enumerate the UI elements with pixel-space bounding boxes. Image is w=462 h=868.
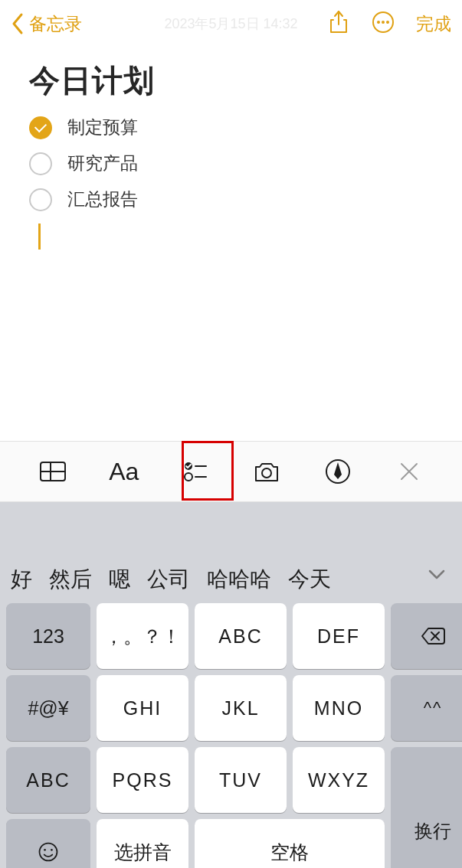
- key-tuv[interactable]: TUV: [195, 747, 287, 813]
- checklist-text[interactable]: 汇总报告: [67, 188, 138, 211]
- back-label: 备忘录: [29, 12, 82, 36]
- format-toolbar: Aa: [0, 441, 462, 502]
- checklist-icon: [180, 456, 211, 487]
- nav-bar: 备忘录 2023年5月15日 14:32 完成: [0, 0, 462, 47]
- done-button[interactable]: 完成: [416, 12, 451, 36]
- markup-pen-icon: [323, 456, 353, 487]
- note-title[interactable]: 今日计划: [29, 60, 433, 102]
- ellipsis-circle-icon: [372, 10, 395, 34]
- key-123[interactable]: 123: [6, 603, 90, 669]
- key-mno[interactable]: MNO: [293, 675, 385, 741]
- svg-point-20: [51, 849, 53, 851]
- key-grid: 123 ，。？！ ABC DEF #@¥ GHI JKL MNO ^^ ABC …: [0, 603, 462, 868]
- svg-point-19: [44, 849, 46, 851]
- candidate[interactable]: 好: [11, 565, 32, 594]
- emoji-icon: [35, 840, 61, 863]
- chevron-down-icon: [427, 564, 447, 584]
- keyboard: 好 然后 嗯 公司 哈哈哈 今天 123 ，。？！ ABC DEF #@¥ GH…: [0, 502, 462, 868]
- chevron-left-icon: [11, 12, 25, 35]
- checklist-checkbox[interactable]: [29, 116, 52, 139]
- checklist-text[interactable]: 研究产品: [67, 152, 138, 175]
- backspace-icon: [420, 625, 446, 648]
- svg-point-12: [262, 468, 271, 478]
- camera-button[interactable]: [250, 455, 283, 488]
- emoticon-label: ^^: [424, 698, 443, 718]
- key-wxyz[interactable]: WXYZ: [293, 747, 385, 813]
- table-icon: [38, 456, 68, 487]
- svg-point-10: [185, 473, 192, 481]
- candidate[interactable]: 今天: [288, 565, 331, 594]
- key-abc[interactable]: ABC: [195, 603, 287, 669]
- key-ghi[interactable]: GHI: [97, 675, 188, 741]
- key-select-pinyin[interactable]: 选拼音: [97, 819, 188, 868]
- note-body[interactable]: 今日计划 制定预算 研究产品 汇总报告: [0, 47, 462, 250]
- checklist-row[interactable]: 制定预算: [29, 116, 433, 139]
- checklist-row[interactable]: 研究产品: [29, 152, 433, 175]
- expand-candidates-button[interactable]: [427, 564, 447, 589]
- key-def[interactable]: DEF: [293, 603, 385, 669]
- camera-icon: [251, 456, 282, 487]
- table-button[interactable]: [36, 455, 70, 488]
- svg-point-18: [40, 844, 57, 861]
- key-punct[interactable]: ，。？！: [97, 603, 188, 669]
- text-cursor: [38, 224, 41, 250]
- dismiss-keyboard-button[interactable]: [392, 455, 426, 488]
- key-emoji[interactable]: [6, 819, 90, 868]
- key-pqrs[interactable]: PQRS: [97, 747, 188, 813]
- close-icon: [394, 456, 424, 487]
- key-symbols[interactable]: #@¥: [6, 675, 90, 741]
- key-backspace[interactable]: [391, 603, 462, 669]
- key-emoticon[interactable]: ^^: [391, 675, 462, 741]
- share-button[interactable]: [327, 10, 350, 38]
- checklist-button[interactable]: [179, 455, 212, 488]
- key-abc-mode[interactable]: ABC: [6, 747, 90, 813]
- markup-button[interactable]: [321, 455, 355, 488]
- svg-point-4: [387, 21, 388, 23]
- svg-point-2: [378, 21, 379, 23]
- candidate[interactable]: 哈哈哈: [207, 565, 271, 594]
- candidate[interactable]: 然后: [49, 565, 92, 594]
- checklist-text[interactable]: 制定预算: [67, 116, 138, 139]
- svg-point-3: [382, 21, 384, 23]
- text-style-button[interactable]: Aa: [107, 455, 141, 488]
- more-button[interactable]: [372, 10, 395, 38]
- checklist-row[interactable]: 汇总报告: [29, 188, 433, 211]
- candidate-row: 好 然后 嗯 公司 哈哈哈 今天: [0, 502, 462, 603]
- checklist-checkbox[interactable]: [29, 188, 52, 211]
- candidate[interactable]: 嗯: [109, 565, 130, 594]
- key-jkl[interactable]: JKL: [195, 675, 287, 741]
- back-button[interactable]: 备忘录: [11, 12, 82, 36]
- candidate[interactable]: 公司: [147, 565, 190, 594]
- key-return[interactable]: 换行: [391, 747, 462, 868]
- checklist-checkbox[interactable]: [29, 152, 52, 175]
- share-icon: [327, 10, 350, 34]
- key-space[interactable]: 空格: [195, 819, 385, 868]
